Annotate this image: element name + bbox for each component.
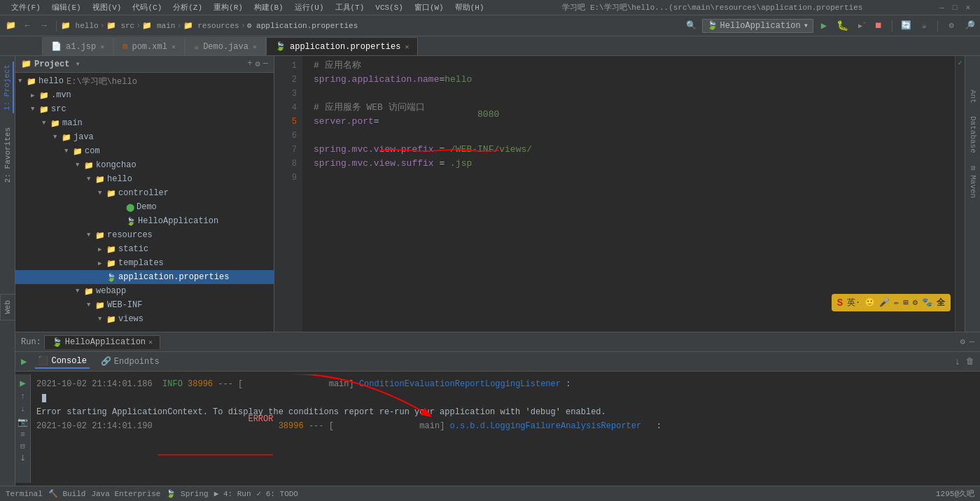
menu-code[interactable]: 代码(C) [127, 1, 167, 14]
status-run[interactable]: ▶ 4: Run [214, 489, 251, 498]
run-button[interactable]: ▶ [816, 18, 832, 34]
panel-minimize-btn[interactable]: — [263, 59, 268, 69]
breadcrumb-folder-src[interactable]: 📁 src [106, 21, 134, 30]
project-panel-dropdown[interactable]: ▾ [75, 59, 80, 69]
sdk-button[interactable]: ☕ [916, 18, 932, 34]
status-build[interactable]: 🔨 Build [48, 489, 86, 498]
menu-run[interactable]: 运行(U) [289, 1, 330, 14]
navigate-forward[interactable]: → [36, 18, 52, 34]
console-tab[interactable]: ⬛ Console [35, 354, 89, 369]
tab-pomxml[interactable]: m pom.xml ✕ [113, 37, 185, 55]
run-app-tab[interactable]: 🍃 HelloApplication ✕ [44, 335, 160, 349]
breadcrumb-folder-hello[interactable]: 📁 hello [61, 21, 99, 30]
project-icon[interactable]: 📁 [3, 18, 18, 34]
tree-java[interactable]: ▼ 📁 java [15, 130, 274, 144]
endpoints-tab[interactable]: 🔗 Endpoints [98, 355, 162, 368]
menu-analyze[interactable]: 分析(Z) [167, 1, 208, 14]
menu-help[interactable]: 帮助(H) [449, 1, 490, 14]
menu-refactor[interactable]: 重构(R) [208, 1, 248, 14]
menu-vcs[interactable]: VCS(S) [370, 2, 409, 13]
console-wrap-btn[interactable]: ≡ [20, 430, 25, 439]
tree-demo[interactable]: ▶ ⬤ Demo [15, 200, 274, 214]
scroll-to-end[interactable]: ↓ [955, 356, 960, 367]
tree-static-label: static [118, 244, 148, 254]
status-terminal[interactable]: Terminal [6, 490, 43, 498]
console-down-btn[interactable]: ↓ [20, 404, 25, 414]
console-up-btn[interactable]: ↑ [20, 392, 25, 402]
search-everywhere[interactable]: 🔍 [684, 18, 699, 34]
tab-appprops-close[interactable]: ✕ [405, 43, 409, 51]
tree-root[interactable]: ▼ 📁 hello E:\学习吧\hello [15, 74, 274, 88]
tab-demojava[interactable]: ☕ Demo.java ✕ [185, 37, 266, 55]
panel-settings-btn[interactable]: ⚙ [255, 59, 260, 69]
tree-src[interactable]: ▼ 📁 src [15, 102, 274, 116]
breadcrumb-file[interactable]: ⚙ application.properties [247, 21, 358, 30]
settings-button[interactable]: ⚙ [944, 18, 959, 34]
tree-resources[interactable]: ▼ 📁 resources [15, 228, 274, 242]
run-app-tab-close[interactable]: ✕ [148, 338, 153, 346]
breadcrumb-folder-main[interactable]: 📁 main [142, 21, 175, 30]
tree-webapp[interactable]: ▼ 📁 webapp [15, 284, 274, 298]
key-suffix: spring.mvc.view.suffix [314, 157, 434, 171]
panel-settings-icon[interactable]: ⚙ [960, 337, 965, 347]
menu-window[interactable]: 窗口(W) [409, 1, 449, 14]
menu-tools[interactable]: 工具(T) [330, 1, 370, 14]
panel-minimize-icon[interactable]: — [969, 337, 974, 347]
tree-appprops[interactable]: ▶ 🍃 application.properties [15, 270, 274, 284]
tree-webinf-arrow: ▼ [87, 302, 95, 309]
tree-mvn[interactable]: ▶ 📁 .mvn [15, 88, 274, 102]
tree-src-label: src [51, 104, 66, 114]
menu-file[interactable]: 文件(F) [6, 1, 46, 14]
console-end-btn[interactable]: ⤓ [20, 453, 26, 463]
console-cam-btn[interactable]: 📷 [18, 417, 28, 428]
run-with-coverage[interactable]: ▶̈ [853, 18, 868, 34]
menu-build[interactable]: 构建(B) [248, 1, 289, 14]
panel-add-btn[interactable]: + [247, 59, 252, 69]
window-minimize[interactable]: — [935, 3, 948, 12]
tree-views[interactable]: ▼ 📁 views [15, 312, 274, 326]
vtab-ant[interactable]: Ant [967, 84, 979, 109]
tree-main[interactable]: ▼ 📁 main [15, 116, 274, 130]
web-side-panel: Web [0, 294, 15, 320]
app-selector[interactable]: 🍃 HelloApplication ▾ [702, 19, 813, 33]
tab-a1jsp[interactable]: 📄 a1.jsp ✕ [42, 37, 113, 55]
tab-demojava-close[interactable]: ✕ [253, 43, 257, 51]
code-line-9 [314, 171, 944, 185]
update-button[interactable]: 🔄 [898, 18, 913, 34]
tab-a1jsp-close[interactable]: ✕ [100, 43, 104, 51]
status-java-enterprise[interactable]: Java Enterprise [91, 490, 160, 498]
tab-appprops[interactable]: 🍃 application.properties ✕ [266, 37, 418, 55]
code-line-1: # 应用名称 [314, 59, 944, 73]
clear-console[interactable]: 🗑 [966, 356, 974, 367]
project-tree: ▼ 📁 hello E:\学习吧\hello ▶ 📁 .mvn [15, 73, 274, 332]
window-maximize[interactable]: □ [948, 3, 962, 12]
vtab-project[interactable]: 1: Project [1, 62, 14, 113]
menu-edit[interactable]: 编辑(E) [46, 1, 87, 14]
tree-com[interactable]: ▼ 📁 com [15, 144, 274, 158]
breadcrumb-folder-resources[interactable]: 📁 resources [183, 21, 239, 30]
status-todo[interactable]: ✓ 6: TODO [257, 489, 298, 498]
tree-webinf[interactable]: ▼ 📁 WEB-INF [15, 298, 274, 312]
debug-button[interactable]: 🐛 [834, 18, 850, 34]
menu-view[interactable]: 视图(V) [87, 1, 127, 14]
code-editor[interactable]: # 应用名称 spring.application.name = hello [302, 56, 955, 332]
console-filter-btn[interactable]: ⊟ [20, 442, 25, 451]
window-close[interactable]: ✕ [961, 3, 974, 12]
vtab-web[interactable]: Web [2, 297, 13, 317]
tree-kongchao[interactable]: ▼ 📁 kongchao [15, 158, 274, 172]
stop-button[interactable]: ⏹ [871, 18, 886, 34]
vtab-favorites[interactable]: 2: Favorites [2, 125, 13, 185]
tree-controller[interactable]: ▼ 📁 controller [15, 186, 274, 200]
vtab-maven[interactable]: m Maven [967, 160, 979, 204]
console-run-btn[interactable]: ▶ [20, 377, 25, 389]
tree-helloapplication[interactable]: ▶ 🍃 HelloApplication [15, 214, 274, 228]
restart-button[interactable]: ▶ [21, 355, 27, 367]
tree-hello-pkg[interactable]: ▼ 📁 hello [15, 172, 274, 186]
tree-templates[interactable]: ▶ 📁 templates [15, 256, 274, 270]
status-spring[interactable]: 🍃 Spring [166, 489, 208, 498]
vtab-database[interactable]: Database [967, 111, 979, 159]
tree-static[interactable]: ▶ 📁 static [15, 242, 274, 256]
navigate-back[interactable]: ← [20, 18, 35, 34]
tab-pomxml-close[interactable]: ✕ [172, 43, 176, 51]
search-button[interactable]: 🔎 [962, 18, 977, 34]
